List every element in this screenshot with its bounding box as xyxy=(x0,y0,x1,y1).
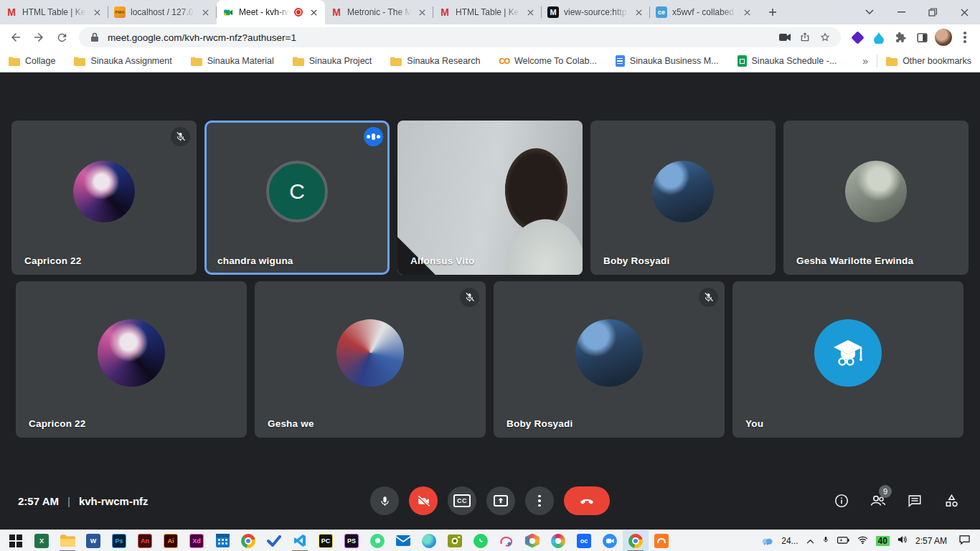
tab-html-table-1[interactable]: M HTML Table | Kee xyxy=(0,0,108,24)
tab-close-icon[interactable] xyxy=(741,6,753,18)
bookmark-sinauka-business[interactable]: Sinauka Business M... xyxy=(616,55,719,67)
tile-gesha-warilotte[interactable]: Gesha Warilotte Erwinda xyxy=(783,121,969,275)
share-icon[interactable] xyxy=(798,30,812,44)
tab-collabedit[interactable]: ce x5wvf - collabed xyxy=(650,0,758,24)
phpmyadmin-favicon-icon: PMA xyxy=(114,6,126,18)
taskbar-chrome-pinned-icon[interactable] xyxy=(235,530,261,551)
tab-close-icon[interactable] xyxy=(308,6,319,18)
taskbar-edge-icon[interactable] xyxy=(416,530,442,551)
bookmark-welcome-colab[interactable]: COWelcome To Colab... xyxy=(499,56,596,66)
more-options-button[interactable] xyxy=(525,486,554,515)
taskbar-animate-icon[interactable]: An xyxy=(132,530,158,551)
tile-boby-rosyadi-1[interactable]: Boby Rosyadi xyxy=(590,121,776,275)
taskbar-screen-recorder-icon[interactable] xyxy=(442,530,468,551)
tray-microphone-icon[interactable] xyxy=(822,534,829,547)
extension-drop-icon[interactable] xyxy=(870,28,888,47)
minimize-button[interactable] xyxy=(885,0,917,24)
taskbar-xd-icon[interactable]: Xd xyxy=(184,530,209,551)
bookmark-sinauka-material[interactable]: Sinauka Material xyxy=(191,56,274,66)
tile-capricon22-2[interactable]: Capricon 22 xyxy=(16,281,247,438)
reload-button[interactable] xyxy=(52,27,72,47)
taskbar-excel-icon[interactable]: X xyxy=(29,530,55,551)
tile-boby-rosyadi-2[interactable]: Boby Rosyadi xyxy=(494,281,725,438)
tile-chandra-wiguna[interactable]: C chandra wiguna xyxy=(204,121,390,275)
extensions-puzzle-icon[interactable] xyxy=(891,28,910,47)
camera-toggle-button[interactable] xyxy=(409,486,438,515)
participants-button[interactable]: 9 xyxy=(870,492,887,509)
profile-avatar[interactable] xyxy=(934,28,953,47)
tab-close-icon[interactable] xyxy=(633,6,644,18)
taskbar-mail-icon[interactable] xyxy=(390,530,416,551)
other-bookmarks-folder[interactable]: Other bookmarks xyxy=(886,56,971,66)
taskbar-oc-app-icon[interactable]: oc xyxy=(571,530,597,551)
captions-button[interactable]: CC xyxy=(448,486,476,515)
taskbar-illustrator-icon[interactable]: Ai xyxy=(158,530,184,551)
taskbar-photoshop-icon[interactable]: Ps xyxy=(106,530,132,551)
start-button[interactable] xyxy=(3,530,29,551)
taskbar-todo-icon[interactable] xyxy=(261,530,287,551)
taskbar-green-app-icon[interactable] xyxy=(364,530,390,551)
tile-alfonsus-vito[interactable]: Alfonsus Vito xyxy=(397,121,583,275)
tray-battery-icon[interactable] xyxy=(837,536,849,546)
bookmark-collage[interactable]: Collage xyxy=(9,56,55,66)
tile-gesha-we[interactable]: Gesha we xyxy=(255,281,486,438)
taskbar-pink-app-icon[interactable] xyxy=(494,530,519,551)
tab-close-icon[interactable] xyxy=(416,6,428,18)
tile-you[interactable]: You xyxy=(732,281,963,438)
taskbar-phpstorm-icon[interactable]: PS xyxy=(339,530,364,551)
meeting-details-info-button[interactable] xyxy=(833,492,850,509)
camera-in-use-icon[interactable] xyxy=(778,30,792,44)
taskbar-pycharm-icon[interactable]: PC xyxy=(313,530,339,551)
url-text[interactable]: meet.google.com/kvh-rwcm-nfz?authuser=1 xyxy=(108,32,772,43)
taskbar-zoom-icon[interactable] xyxy=(597,530,623,551)
battery-percent-badge[interactable]: 40 xyxy=(876,536,890,546)
tray-volume-icon[interactable] xyxy=(897,535,908,546)
taskbar-calendar-icon[interactable] xyxy=(209,530,235,551)
tray-expand-chevron-icon[interactable] xyxy=(806,536,814,546)
taskbar-vscode-icon[interactable] xyxy=(287,530,313,551)
present-screen-button[interactable] xyxy=(486,486,515,515)
action-center-icon[interactable] xyxy=(959,535,970,547)
address-bar[interactable]: meet.google.com/kvh-rwcm-nfz?authuser=1 xyxy=(79,27,841,47)
taskbar-whatsapp-icon[interactable] xyxy=(468,530,494,551)
tab-localhost[interactable]: PMA localhost / 127.0. xyxy=(108,0,217,24)
taskbar-hexagon-app-icon[interactable] xyxy=(519,530,545,551)
tab-metronic[interactable]: M Metronic - The M xyxy=(325,0,433,24)
extension-diamond-icon[interactable] xyxy=(848,28,867,47)
tab-close-icon[interactable] xyxy=(524,6,536,18)
tab-search-chevron-icon[interactable] xyxy=(854,0,885,24)
tab-meet-active[interactable]: Meet - kvh-rw xyxy=(217,0,325,24)
tab-close-icon[interactable] xyxy=(91,6,103,18)
tile-capricon22[interactable]: Capricon 22 xyxy=(11,121,197,275)
back-button[interactable] xyxy=(6,27,26,47)
bookmark-sinauka-assignment[interactable]: Sinauka Assignment xyxy=(74,56,171,66)
browser-menu-kebab-icon[interactable] xyxy=(956,28,974,47)
side-panel-icon[interactable] xyxy=(913,28,931,47)
weather-temp[interactable]: 24... xyxy=(781,536,798,546)
taskbar-file-explorer-icon[interactable] xyxy=(55,530,80,551)
bookmark-star-icon[interactable] xyxy=(818,30,832,44)
metronic-favicon-icon: M xyxy=(439,6,451,18)
tray-clock[interactable]: 2:57 AM xyxy=(915,536,947,546)
taskbar-word-icon[interactable]: W xyxy=(80,530,106,551)
forward-button[interactable] xyxy=(29,27,49,47)
chat-button[interactable] xyxy=(906,492,923,509)
tab-close-icon[interactable] xyxy=(199,6,211,18)
taskbar-flower-app-icon[interactable] xyxy=(545,530,571,551)
close-window-button[interactable] xyxy=(948,0,980,24)
maximize-button[interactable] xyxy=(917,0,948,24)
bookmark-sinauka-schedule[interactable]: Sinauka Schedule -... xyxy=(738,55,837,67)
leave-call-button[interactable] xyxy=(564,486,610,515)
tray-wifi-icon[interactable] xyxy=(857,536,868,546)
tab-html-table-2[interactable]: M HTML Table | Kee xyxy=(433,0,542,24)
taskbar-chrome-running-icon[interactable] xyxy=(623,530,649,551)
tab-view-source[interactable]: M view-source:http xyxy=(542,0,650,24)
bookmark-sinauka-project[interactable]: Sinauka Project xyxy=(293,56,372,66)
bookmark-sinauka-research[interactable]: Sinauka Research xyxy=(390,56,480,66)
bookmarks-overflow-chevron[interactable]: » xyxy=(862,55,868,67)
taskbar-xampp-icon[interactable] xyxy=(649,530,674,551)
activities-button[interactable] xyxy=(943,492,960,509)
avatar: C xyxy=(266,161,328,222)
mic-toggle-button[interactable] xyxy=(370,486,399,515)
new-tab-button[interactable] xyxy=(763,2,783,22)
